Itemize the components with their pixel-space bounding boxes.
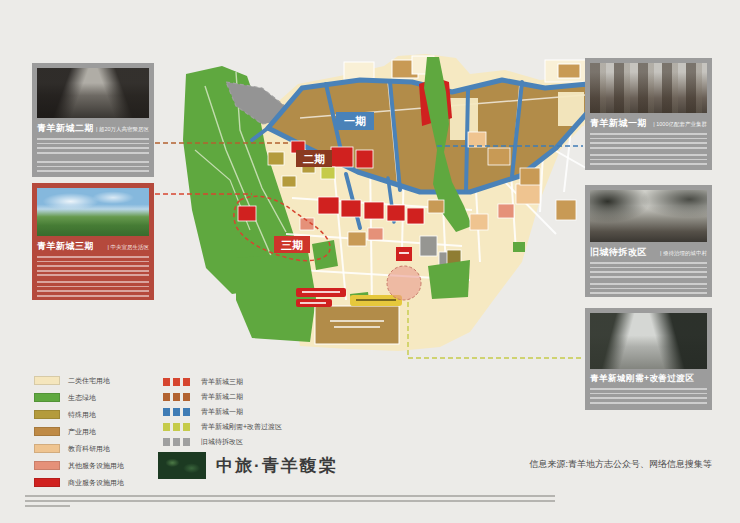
legend-swatch xyxy=(34,427,60,436)
phase3-title: 青羊新城三期 xyxy=(37,240,94,253)
oldtown-photo xyxy=(590,190,707,242)
panel-phase1: 青羊新城一期 | 1000亿配套产业集群 xyxy=(585,58,712,170)
brand-thumbnail-image xyxy=(158,452,206,479)
south-industry-parcel xyxy=(315,306,399,344)
phase3-subtitle: | 中央宜居生活区 xyxy=(108,244,149,251)
phase2-label: 二期 xyxy=(303,153,325,165)
legend-row: 产业用地 xyxy=(34,423,124,440)
legend-dash-swatch xyxy=(163,438,193,446)
phase1-photo xyxy=(590,63,707,113)
legend-swatch xyxy=(34,461,60,470)
legend-row: 其他服务设施用地 xyxy=(34,457,124,474)
oldtown-title: 旧城待拆改区 xyxy=(590,246,647,259)
panel-phase2: 青羊新城二期 | 超20万人高密聚居区 xyxy=(32,63,154,177)
transition-body-text xyxy=(590,388,707,404)
brand-lockup: 中旅·青羊馥棠 xyxy=(158,452,338,479)
oldtown-body-text xyxy=(590,262,707,278)
legend-row: 青羊新城二期 xyxy=(163,389,282,404)
fineprint-text xyxy=(25,495,555,502)
phase1-subtitle: | 1000亿配套产业集群 xyxy=(653,121,707,128)
legend-dash-swatch xyxy=(163,408,193,416)
phase1-label: 一期 xyxy=(344,115,366,127)
legend-swatch xyxy=(34,410,60,419)
phase3-body-text xyxy=(37,256,149,276)
transition-title: 青羊新城刚需+改善过渡区 xyxy=(590,373,694,385)
phase3-label: 三期 xyxy=(281,239,303,251)
phase2-body-text xyxy=(37,161,149,173)
legend-row: 二类住宅用地 xyxy=(34,372,124,389)
legend-dash-swatch xyxy=(163,393,193,401)
legend-row: 商业服务设施用地 xyxy=(34,474,124,491)
legend-row: 特殊用地 xyxy=(34,406,124,423)
phase1-body-text xyxy=(590,154,707,168)
oldtown-body-text xyxy=(590,283,707,295)
phase1-title: 青羊新城一期 xyxy=(590,117,647,130)
legend-swatch xyxy=(34,444,60,453)
panel-transition: 青羊新城刚需+改善过渡区 xyxy=(585,308,712,410)
legend-dash-swatch xyxy=(163,378,193,386)
fineprint-text xyxy=(25,505,70,507)
legend-row: 教育科研用地 xyxy=(34,440,124,457)
transition-photo xyxy=(590,313,707,369)
phase2-photo xyxy=(37,68,149,118)
legend-row: 青羊新城一期 xyxy=(163,404,282,419)
phase3-body-text xyxy=(37,281,149,297)
phase2-body-text xyxy=(37,138,149,156)
phase2-subtitle: | 超20万人高密聚居区 xyxy=(96,126,149,133)
phase3-photo xyxy=(37,188,149,236)
infographic-page: 一期 二期 三期 青羊新城二期 | 超20万人高密聚居区 青羊新城三期 | 中央… xyxy=(0,0,740,523)
oldtown-subtitle: | 亟待治理的城中村 xyxy=(660,250,707,257)
phase1-body-text xyxy=(590,133,707,149)
phase2-title: 青羊新城二期 xyxy=(37,122,94,135)
source-note: 信息来源:青羊地方志公众号、网络信息搜集等 xyxy=(529,458,712,471)
legend-swatch xyxy=(34,478,60,487)
legend-landuse: 二类住宅用地 生态绿地 特殊用地 产业用地 教育科研用地 其他服务设施用地 商业… xyxy=(34,372,124,491)
legend-row: 青羊新城三期 xyxy=(163,374,282,389)
legend-zones: 青羊新城三期 青羊新城二期 青羊新城一期 青羊新城刚需+改善过渡区 旧城待拆改区 xyxy=(163,374,282,449)
legend-dash-swatch xyxy=(163,423,193,431)
legend-row: 生态绿地 xyxy=(34,389,124,406)
panel-phase3: 青羊新城三期 | 中央宜居生活区 xyxy=(32,183,154,300)
brand-name: 中旅·青羊馥棠 xyxy=(216,454,338,477)
legend-swatch xyxy=(34,376,60,385)
legend-swatch xyxy=(34,393,60,402)
panel-oldtown: 旧城待拆改区 | 亟待治理的城中村 xyxy=(585,185,712,297)
legend-row: 青羊新城刚需+改善过渡区 xyxy=(163,419,282,434)
legend-row: 旧城待拆改区 xyxy=(163,434,282,449)
